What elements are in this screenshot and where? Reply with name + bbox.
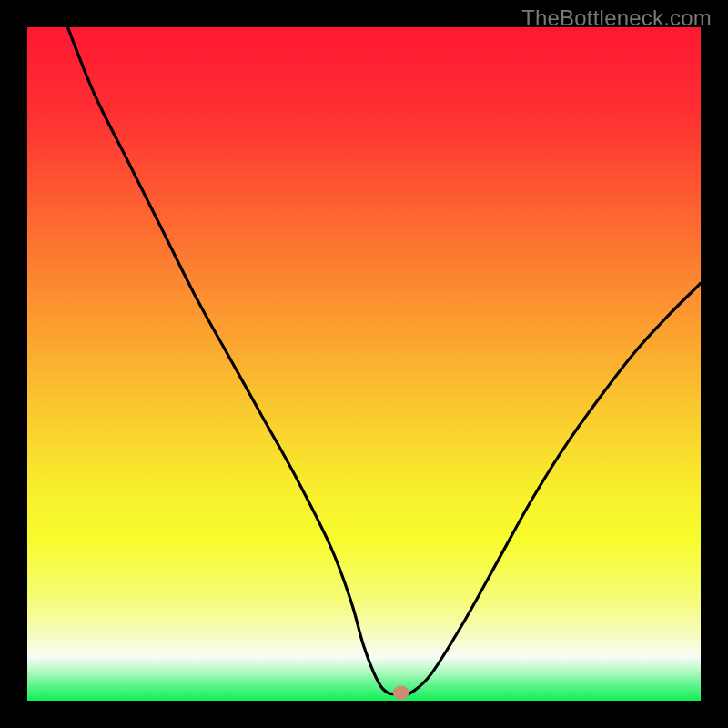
chart-plot	[0, 0, 728, 728]
chart-frame: { "watermark": "TheBottleneck.com", "cha…	[0, 0, 728, 728]
minimum-marker-icon	[393, 686, 410, 700]
gradient-background	[27, 27, 701, 701]
watermark-text: TheBottleneck.com	[521, 5, 712, 31]
